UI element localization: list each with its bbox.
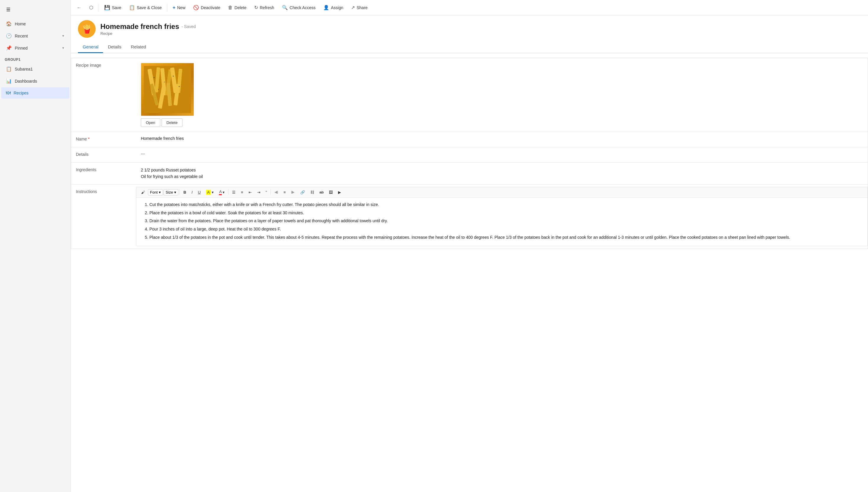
font-dropdown[interactable]: Font ▾ [148, 189, 163, 195]
highlight-button[interactable]: A ▾ [204, 189, 216, 196]
delete-button[interactable]: 🗑 Delete [224, 3, 250, 13]
image-delete-button[interactable]: Delete [162, 118, 183, 127]
link-icon: 🔗 [300, 190, 305, 195]
italic-icon: I [192, 190, 193, 195]
sidebar-item-recent[interactable]: 🕐 Recent ▼ [1, 30, 69, 42]
ingredients-line2: Oil for frying such as vegetable oil [141, 173, 203, 180]
share-icon: ↗ [351, 5, 355, 10]
instructions-row: Instructions 🖌 Font ▾ [71, 184, 868, 248]
recipes-icon: 🍽 [6, 90, 10, 96]
save-close-button[interactable]: 📋 Save & Close [125, 2, 165, 13]
increase-indent-button[interactable]: ⇥ [255, 189, 263, 196]
blockquote-button[interactable]: " [263, 189, 269, 196]
save-close-label: Save & Close [137, 5, 162, 10]
details-row: Details --- [71, 147, 868, 163]
image-open-button[interactable]: Open [141, 118, 160, 127]
record-subtitle: Recipe [100, 31, 196, 36]
back-button[interactable]: ← [73, 3, 85, 13]
increase-indent-icon: ⇥ [257, 190, 260, 195]
bold-icon: B [183, 190, 186, 195]
more-icon: ▶ [338, 190, 341, 195]
record-title-row: Homemade french fries - Saved [100, 22, 196, 31]
toolbar: ← ⬡ 💾 Save 📋 Save & Close + New 🚫 Deacti… [71, 0, 868, 15]
check-access-button[interactable]: 🔍 Check Access [279, 2, 319, 13]
refresh-button[interactable]: ↻ Refresh [251, 2, 278, 13]
share-button[interactable]: ↗ Share [347, 2, 371, 13]
save-button[interactable]: 💾 Save [101, 2, 125, 13]
unlink-button[interactable]: ⛓ [308, 189, 316, 196]
underline-button[interactable]: U [195, 189, 203, 196]
instructions-label: Instructions [71, 184, 136, 248]
align-right-icon: ⫸ [291, 190, 295, 195]
recipe-image-container [141, 63, 194, 116]
highlight-icon: A [206, 190, 211, 195]
sidebar-item-dashboards[interactable]: 📊 Dashboards [1, 75, 69, 87]
form-content: Recipe image [71, 53, 868, 492]
size-dropdown[interactable]: Size ▾ [164, 189, 178, 195]
deactivate-button[interactable]: 🚫 Deactivate [190, 2, 224, 13]
refresh-label: Refresh [260, 5, 274, 10]
name-row: Name * Homemade french fries [71, 132, 868, 147]
link-button[interactable]: 🔗 [298, 189, 307, 196]
assign-button[interactable]: 👤 Assign [320, 2, 347, 13]
align-left-button[interactable]: ⫷ [272, 189, 281, 196]
sidebar: ☰ 🏠 Home 🕐 Recent ▼ 📌 Pinned ▼ Group1 📋 … [0, 0, 71, 492]
instructions-list: Cut the potatoes into matchsticks, eithe… [144, 201, 860, 241]
refresh-icon: ↻ [254, 5, 258, 10]
font-color-button[interactable]: A ▾ [217, 188, 227, 196]
details-text: --- [141, 151, 145, 156]
record-name: Homemade french fries [100, 22, 179, 31]
svg-point-15 [178, 86, 180, 87]
instruction-item-3: Drain the water from the potatoes. Place… [149, 218, 860, 225]
recipe-image-row: Recipe image [71, 58, 868, 132]
sidebar-item-recipes[interactable]: 🍽 Recipes [1, 88, 69, 99]
clear-format-button[interactable]: 🖌 [139, 189, 147, 196]
bold-button[interactable]: B [181, 189, 188, 196]
new-icon: + [173, 5, 175, 10]
numbered-list-icon: ≡ [241, 190, 243, 195]
sidebar-recipes-label: Recipes [14, 91, 29, 95]
sidebar-menu-button[interactable]: ☰ [2, 3, 14, 15]
ingredients-value: 2 1/2 pounds Russet potatoes Oil for fry… [136, 163, 868, 184]
tab-details[interactable]: Details [103, 41, 126, 53]
tab-general[interactable]: General [78, 41, 103, 53]
open-new-window-button[interactable]: ⬡ [86, 2, 97, 13]
image-buttons: Open Delete [141, 118, 183, 127]
strikethrough-button[interactable]: ab [317, 189, 326, 196]
sidebar-home-label: Home [15, 22, 26, 26]
dashboards-icon: 📊 [6, 78, 12, 84]
new-button[interactable]: + New [169, 3, 189, 13]
instruction-item-2: Place the potatoes in a bowl of cold wat… [149, 210, 860, 217]
font-dropdown-label: Font [150, 190, 158, 195]
decrease-indent-icon: ⇤ [248, 190, 252, 195]
decrease-indent-button[interactable]: ⇤ [246, 189, 254, 196]
check-access-icon: 🔍 [282, 5, 288, 10]
instructions-toolbar: 🖌 Font ▾ Size ▾ [136, 187, 868, 198]
record-saved-badge: - Saved [182, 24, 196, 29]
instructions-content[interactable]: Cut the potatoes into matchsticks, eithe… [136, 198, 868, 246]
ingredients-row: Ingredients 2 1/2 pounds Russet potatoes… [71, 163, 868, 184]
tab-related[interactable]: Related [126, 41, 151, 53]
ingredients-label: Ingredients [71, 163, 136, 184]
blockquote-icon: " [266, 190, 267, 195]
italic-button[interactable]: I [189, 189, 195, 196]
more-button[interactable]: ▶ [336, 189, 343, 196]
sidebar-item-subarea1[interactable]: 📋 Subarea1 [1, 63, 69, 75]
sidebar-item-home[interactable]: 🏠 Home [1, 18, 69, 29]
align-right-button[interactable]: ⫸ [289, 189, 297, 196]
sidebar-item-pinned[interactable]: 📌 Pinned ▼ [1, 42, 69, 54]
highlight-dropdown-arrow: ▾ [212, 190, 214, 195]
bullet-list-button[interactable]: ☰ [230, 189, 238, 196]
insert-image-button[interactable]: 🖼 [327, 189, 335, 196]
pinned-icon: 📌 [6, 45, 12, 51]
assign-label: Assign [331, 5, 343, 10]
instruction-item-1: Cut the potatoes into matchsticks, eithe… [149, 201, 860, 208]
hamburger-icon: ☰ [6, 7, 10, 13]
recipe-image-value: Open Delete [136, 58, 868, 132]
align-center-button[interactable]: ≡ [281, 189, 288, 196]
recent-expand-icon: ▼ [62, 34, 65, 38]
deactivate-label: Deactivate [201, 5, 220, 10]
font-color-icon: A [219, 190, 222, 195]
numbered-list-button[interactable]: ≡ [239, 189, 246, 196]
name-text: Homemade french fries [141, 136, 184, 141]
